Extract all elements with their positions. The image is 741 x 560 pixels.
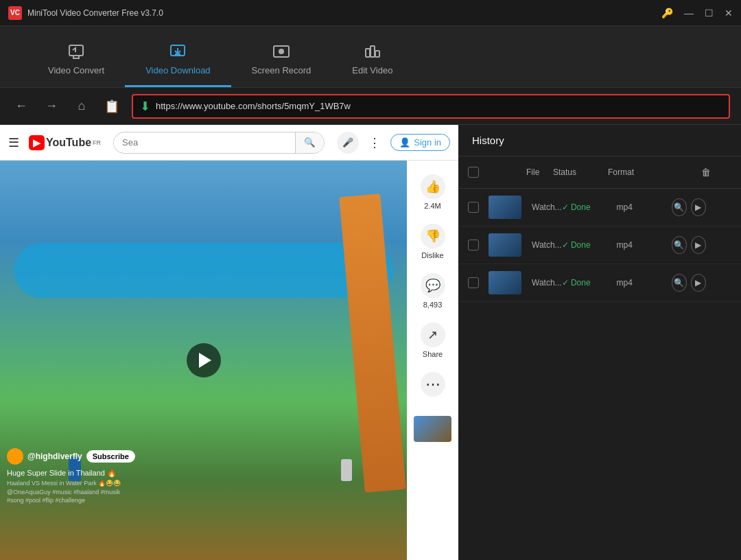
paste-button[interactable]: 📋 xyxy=(102,96,122,117)
history-row: Watch... ✓ Done mp4 🔍 ▶ xyxy=(458,264,741,302)
search-button[interactable]: 🔍 xyxy=(295,132,324,153)
row1-check[interactable] xyxy=(468,202,489,213)
key-icon[interactable]: 🔑 xyxy=(661,8,673,19)
yt-logo-icon: ▶ xyxy=(29,135,45,150)
maximize-button[interactable]: ☐ xyxy=(705,8,714,19)
video-description: Haaland VS Messi in Water Park 🔥😂😂 @OneA… xyxy=(7,479,400,505)
row2-filename: Watch... xyxy=(526,240,562,250)
next-video-thumb[interactable] xyxy=(414,416,451,442)
row2-check[interactable] xyxy=(468,240,489,250)
row2-folder-button[interactable]: 🔍 xyxy=(672,236,687,254)
share-icon: ↗ xyxy=(421,323,445,347)
subscribe-button[interactable]: Subscribe xyxy=(86,450,135,463)
share-action[interactable]: ↗ Share xyxy=(421,323,445,358)
yt-content: @highdiverfly Subscribe Huge Super Slide… xyxy=(0,161,458,560)
col-file: File xyxy=(526,167,553,177)
channel-name: @highdiverfly xyxy=(27,452,82,461)
nav-tabs: Video Convert Video Download Screen Reco… xyxy=(0,26,741,88)
row2-status: ✓ Done xyxy=(562,240,617,250)
url-bar-wrapper: ⬇ xyxy=(132,94,730,119)
col-format: Format xyxy=(608,167,663,177)
share-label: Share xyxy=(423,350,443,358)
back-button[interactable]: ← xyxy=(11,96,32,117)
main-content: ☰ ▶ YouTube FR 🔍 🎤 ⋮ 👤 Sign in xyxy=(0,125,741,560)
comment-count: 8,493 xyxy=(423,301,443,309)
close-button[interactable]: ✕ xyxy=(725,8,733,19)
more-icon: ⋯ xyxy=(421,372,445,397)
row3-folder-button[interactable]: 🔍 xyxy=(672,274,687,292)
channel-avatar xyxy=(7,448,23,465)
row1-thumb xyxy=(489,196,521,219)
video-area[interactable]: @highdiverfly Subscribe Huge Super Slide… xyxy=(0,161,407,560)
row2-actions: 🔍 ▶ xyxy=(672,236,706,254)
tab-screen-record-label: Screen Record xyxy=(252,65,311,75)
yt-logo-text: YouTube xyxy=(46,137,91,149)
channel-row: @highdiverfly Subscribe xyxy=(7,448,400,465)
row3-play-button[interactable]: ▶ xyxy=(691,274,706,292)
row1-play-button[interactable]: ▶ xyxy=(691,198,706,216)
row2-play-button[interactable]: ▶ xyxy=(691,236,706,254)
app-title: MiniTool Video Converter Free v3.7.0 xyxy=(27,8,163,18)
yt-menu-icon[interactable]: ☰ xyxy=(8,135,19,150)
more-options-button[interactable]: ⋮ xyxy=(368,135,381,150)
toolbar: ← → ⌂ 📋 ⬇ xyxy=(0,88,741,125)
title-bar: VC MiniTool Video Converter Free v3.7.0 … xyxy=(0,0,741,26)
row3-check[interactable] xyxy=(468,277,489,288)
row1-folder-button[interactable]: 🔍 xyxy=(672,198,687,216)
app-icon: VC xyxy=(8,6,22,20)
video-overlay-text: @highdiverfly Subscribe Huge Super Slide… xyxy=(7,448,400,505)
row1-status: ✓ Done xyxy=(562,202,617,212)
search-wrap: 🔍 xyxy=(113,132,325,154)
dislike-action[interactable]: 👎 Dislike xyxy=(421,224,445,259)
app-info: VC MiniTool Video Converter Free v3.7.0 xyxy=(8,6,163,20)
tab-edit-video[interactable]: Edit Video xyxy=(331,32,413,87)
search-input[interactable] xyxy=(114,137,295,148)
tab-video-convert[interactable]: Video Convert xyxy=(27,32,125,87)
svg-point-5 xyxy=(279,49,284,54)
like-count: 2.4M xyxy=(424,202,440,210)
forward-button[interactable]: → xyxy=(41,96,62,117)
row3-status: ✓ Done xyxy=(562,278,617,288)
row2-format: mp4 xyxy=(617,240,672,250)
row1-filename: Watch... xyxy=(526,202,562,212)
signin-label: Sign in xyxy=(414,137,441,148)
home-button[interactable]: ⌂ xyxy=(71,96,92,117)
like-action[interactable]: 👍 2.4M xyxy=(421,174,445,210)
signin-icon: 👤 xyxy=(399,137,410,148)
row1-format: mp4 xyxy=(617,202,672,212)
window-controls: 🔑 — ☐ ✕ xyxy=(661,8,733,19)
like-icon: 👍 xyxy=(421,174,445,199)
dislike-label: Dislike xyxy=(421,251,443,259)
sidebar-actions: 👍 2.4M 👎 Dislike 💬 8,493 ↗ Share xyxy=(407,161,458,560)
minimize-button[interactable]: — xyxy=(684,8,694,19)
comment-action[interactable]: 💬 8,493 xyxy=(421,273,445,309)
mic-button[interactable]: 🎤 xyxy=(337,132,359,154)
more-action[interactable]: ⋯ xyxy=(421,372,445,397)
delete-all-button[interactable]: 🗑 xyxy=(697,163,715,181)
select-all-check[interactable] xyxy=(468,167,489,178)
yt-logo-lang: FR xyxy=(93,139,101,146)
tab-video-download-label: Video Download xyxy=(145,65,210,75)
tab-screen-record[interactable]: Screen Record xyxy=(231,32,332,87)
play-button[interactable] xyxy=(187,343,221,377)
signin-button[interactable]: 👤 Sign in xyxy=(390,134,450,151)
row2-thumb xyxy=(489,233,521,257)
history-title: History xyxy=(458,125,741,156)
row3-actions: 🔍 ▶ xyxy=(672,274,706,292)
tab-edit-video-label: Edit Video xyxy=(352,65,392,75)
browser-panel: ☰ ▶ YouTube FR 🔍 🎤 ⋮ 👤 Sign in xyxy=(0,125,458,560)
history-table-header: File Status Format 🗑 xyxy=(458,156,741,189)
video-title: Huge Super Slide in Thailand 🔥 xyxy=(7,469,400,478)
yt-logo[interactable]: ▶ YouTube FR xyxy=(29,135,101,150)
col-status: Status xyxy=(553,167,608,177)
history-row: Watch... ✓ Done mp4 🔍 ▶ xyxy=(458,189,741,226)
url-input[interactable] xyxy=(156,101,722,111)
dislike-icon: 👎 xyxy=(421,224,445,248)
row3-format: mp4 xyxy=(617,278,672,288)
comment-icon: 💬 xyxy=(421,273,445,298)
history-row: Watch... ✓ Done mp4 🔍 ▶ xyxy=(458,226,741,264)
next-thumb-image xyxy=(414,416,451,442)
tab-video-download[interactable]: Video Download xyxy=(125,32,231,87)
pool-decoration xyxy=(14,243,393,298)
col-delete[interactable]: 🗑 xyxy=(697,163,731,181)
